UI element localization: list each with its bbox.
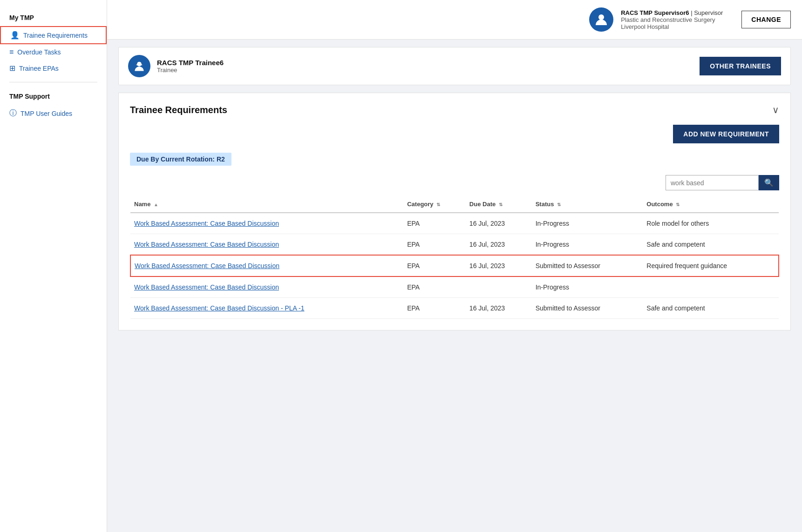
other-trainees-button[interactable]: OTHER TRAINEES [700, 57, 781, 75]
main-content: RACS TMP Supervisor6 | Supervisor Plasti… [107, 0, 802, 532]
cell-name: Work Based Assessment: Case Based Discus… [130, 234, 403, 256]
requirement-link[interactable]: Work Based Assessment: Case Based Discus… [134, 283, 279, 291]
sidebar-item-trainee-requirements[interactable]: 👤 Trainee Requirements [0, 26, 107, 44]
supervisor-specialty: Plastic and Reconstructive Surgery [621, 16, 723, 23]
section-header: Trainee Requirements ∨ [130, 104, 779, 115]
cell-due-date: 16 Jul, 2023 [466, 298, 532, 319]
cell-status: Submitted to Assessor [532, 298, 643, 319]
overdue-tasks-icon: ≡ [9, 48, 14, 56]
table-row: Work Based Assessment: Case Based Discus… [130, 234, 779, 256]
collapse-icon[interactable]: ∨ [772, 104, 779, 115]
requirement-link[interactable]: Work Based Assessment: Case Based Discus… [134, 241, 279, 248]
my-tmp-title: My TMP [0, 9, 107, 26]
cell-status: Submitted to Assessor [532, 255, 643, 276]
search-button[interactable]: 🔍 [759, 175, 779, 190]
sidebar-item-tmp-user-guides[interactable]: ⓘ TMP User Guides [0, 105, 107, 122]
col-name: Name ▲ [130, 196, 403, 213]
sidebar: My TMP 👤 Trainee Requirements ≡ Overdue … [0, 0, 107, 532]
table-header: Name ▲ Category ⇅ Due Date ⇅ Status ⇅ Ou… [130, 196, 779, 213]
cell-name: Work Based Assessment: Case Based Discus… [130, 298, 403, 319]
col-category: Category ⇅ [403, 196, 466, 213]
trainee-info: RACS TMP Trainee6 Trainee [128, 55, 224, 77]
sidebar-item-trainee-requirements-label: Trainee Requirements [23, 32, 88, 39]
table-row: Work Based Assessment: Case Based Discus… [130, 276, 779, 298]
supervisor-info: RACS TMP Supervisor6 | Supervisor Plasti… [589, 7, 791, 32]
trainee-banner: RACS TMP Trainee6 Trainee OTHER TRAINEES [118, 47, 791, 85]
trainee-requirements-icon: 👤 [10, 31, 20, 40]
cell-category: EPA [403, 276, 466, 298]
cell-category: EPA [403, 234, 466, 256]
change-button[interactable]: CHANGE [741, 11, 791, 28]
tmp-user-guides-icon: ⓘ [9, 108, 17, 118]
requirement-link[interactable]: Work Based Assessment: Case Based Discus… [134, 304, 304, 312]
table-row: Work Based Assessment: Case Based Discus… [130, 255, 779, 276]
cell-due-date: 16 Jul, 2023 [466, 234, 532, 256]
cell-outcome: Safe and competent [643, 298, 779, 319]
supervisor-hospital: Liverpool Hospital [621, 23, 723, 30]
section-title: Trainee Requirements [130, 105, 227, 115]
trainee-avatar [128, 55, 150, 77]
cell-outcome: Safe and competent [643, 234, 779, 256]
trainee-name: RACS TMP Trainee6 [157, 59, 224, 67]
col-due-date: Due Date ⇅ [466, 196, 532, 213]
cell-due-date: 16 Jul, 2023 [466, 255, 532, 276]
supervisor-name: RACS TMP Supervisor6 [621, 9, 689, 16]
requirements-table: Name ▲ Category ⇅ Due Date ⇅ Status ⇅ Ou… [130, 196, 779, 319]
cell-status: In-Progress [532, 276, 643, 298]
search-input[interactable] [666, 175, 759, 190]
cell-outcome [643, 276, 779, 298]
requirement-link[interactable]: Work Based Assessment: Case Based Discus… [134, 220, 279, 227]
sidebar-item-trainee-epas-label: Trainee EPAs [19, 65, 59, 72]
requirements-section: Trainee Requirements ∨ ADD NEW REQUIREME… [118, 93, 791, 330]
sidebar-divider [9, 82, 97, 82]
requirement-link[interactable]: Work Based Assessment: Case Based Discus… [135, 262, 279, 269]
supervisor-details: RACS TMP Supervisor6 | Supervisor Plasti… [621, 9, 723, 30]
cell-category: EPA [403, 298, 466, 319]
due-date-sort-icon: ⇅ [499, 202, 503, 207]
svg-point-0 [598, 14, 604, 20]
sidebar-item-overdue-tasks-label: Overdue Tasks [17, 48, 61, 56]
supervisor-avatar [589, 7, 613, 32]
cell-name: Work Based Assessment: Case Based Discus… [130, 276, 403, 298]
supervisor-bar: RACS TMP Supervisor6 | Supervisor Plasti… [107, 0, 802, 40]
col-outcome: Outcome ⇅ [643, 196, 779, 213]
cell-outcome: Role model for others [643, 213, 779, 234]
sidebar-item-overdue-tasks[interactable]: ≡ Overdue Tasks [0, 44, 107, 60]
cell-status: In-Progress [532, 234, 643, 256]
trainee-role: Trainee [157, 67, 224, 74]
sidebar-item-trainee-epas[interactable]: ⊞ Trainee EPAs [0, 60, 107, 76]
cell-outcome: Required frequent guidance [643, 255, 779, 276]
rotation-badge: Due By Current Rotation: R2 [130, 153, 231, 166]
table-body: Work Based Assessment: Case Based Discus… [130, 213, 779, 319]
search-row: 🔍 [130, 175, 779, 190]
status-sort-icon: ⇅ [557, 202, 561, 207]
table-row: Work Based Assessment: Case Based Discus… [130, 298, 779, 319]
trainee-details: RACS TMP Trainee6 Trainee [157, 59, 224, 74]
tmp-support-title: TMP Support [0, 88, 107, 105]
add-new-requirement-button[interactable]: ADD NEW REQUIREMENT [673, 125, 779, 143]
cell-name: Work Based Assessment: Case Based Discus… [130, 213, 403, 234]
sidebar-item-tmp-user-guides-label: TMP User Guides [20, 110, 72, 117]
category-sort-icon: ⇅ [436, 202, 440, 207]
table-row: Work Based Assessment: Case Based Discus… [130, 213, 779, 234]
name-sort-icon: ▲ [154, 202, 158, 207]
cell-due-date [466, 276, 532, 298]
cell-category: EPA [403, 213, 466, 234]
cell-category: EPA [403, 255, 466, 276]
cell-due-date: 16 Jul, 2023 [466, 213, 532, 234]
supervisor-role: Supervisor [694, 9, 723, 16]
cell-name: Work Based Assessment: Case Based Discus… [130, 255, 403, 276]
trainee-epas-icon: ⊞ [9, 64, 15, 73]
col-status: Status ⇅ [532, 196, 643, 213]
outcome-sort-icon: ⇅ [676, 202, 680, 207]
cell-status: In-Progress [532, 213, 643, 234]
